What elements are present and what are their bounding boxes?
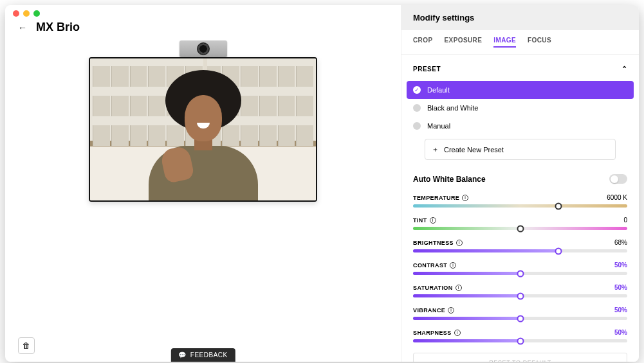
contrast-slider[interactable] [413,272,627,275]
tint-value: 0 [623,217,627,224]
preset-list: ✓DefaultBlack and WhiteManual [401,81,639,135]
chevron-up-icon: ⌃ [621,65,628,73]
vibrance-thumb[interactable] [517,315,524,322]
saturation-label: SATURATION i [413,285,462,291]
webcam-icon [179,40,227,57]
saturation-thumb[interactable] [517,292,524,299]
preset-radio-icon: ✓ [413,86,421,94]
brightness-slider-row: BRIGHTNESS i68% [401,236,639,259]
tint-thumb[interactable] [517,225,524,232]
info-icon[interactable]: i [455,285,462,291]
contrast-slider-row: CONTRAST i50% [401,259,639,281]
sharpness-slider-row: SHARPNESS i50% [401,326,639,349]
create-preset-label: Create New Preset [444,146,504,154]
contrast-label: CONTRAST i [413,262,456,269]
brightness-slider[interactable] [413,249,627,252]
app-window: ← MX Brio [5,5,639,362]
vibrance-value: 50% [614,306,627,314]
contrast-value: 50% [614,261,627,269]
temperature-slider-row: TEMPERATURE i6000 K [401,191,639,214]
info-icon[interactable]: i [430,217,436,224]
preset-section-label: PRESET [413,66,441,73]
info-icon[interactable]: i [462,195,468,201]
tab-exposure[interactable]: EXPOSURE [445,37,483,48]
settings-panel: Modify settings CROPEXPOSUREIMAGEFOCUS P… [401,5,639,362]
brightness-label: BRIGHTNESS i [413,240,463,246]
reset-button[interactable]: RESET TO DEFAULT [413,353,627,362]
tint-slider[interactable] [413,227,627,230]
saturation-value: 50% [614,284,627,291]
contrast-thumb[interactable] [517,270,524,277]
panel-title: Modify settings [401,5,639,30]
sharpness-thumb[interactable] [517,337,524,344]
info-icon[interactable]: i [448,307,454,314]
feedback-button[interactable]: 💬 FEEDBACK [170,348,235,362]
main-area: ← MX Brio [5,5,401,362]
feedback-label: FEEDBACK [190,351,228,359]
tab-image[interactable]: IMAGE [493,37,516,48]
preset-label: Manual [427,122,450,130]
vibrance-label: VIBRANCE i [413,307,454,314]
preset-label: Black and White [427,104,478,112]
vibrance-slider[interactable] [413,317,627,320]
preset-manual[interactable]: Manual [401,117,639,135]
info-icon[interactable]: i [450,262,456,269]
brightness-value: 68% [614,239,627,246]
info-icon[interactable]: i [454,330,461,336]
temperature-slider[interactable] [413,204,627,208]
tab-focus[interactable]: FOCUS [528,37,551,48]
info-icon[interactable]: i [456,240,463,246]
preset-radio-icon [413,104,421,112]
tint-slider-row: TINT i0 [401,214,639,236]
preset-label: Default [427,86,450,94]
tab-crop[interactable]: CROP [413,37,433,48]
brightness-thumb[interactable] [555,247,562,254]
preset-default[interactable]: ✓Default [407,81,634,99]
temperature-value: 6000 K [607,194,627,201]
temperature-label: TEMPERATURE i [413,195,468,201]
tint-label: TINT i [413,217,436,224]
create-preset-button[interactable]: ＋ Create New Preset [425,139,616,160]
camera-preview [89,57,317,202]
vibrance-slider-row: VIBRANCE i50% [401,304,639,326]
delete-button[interactable]: 🗑 [18,337,35,354]
back-button[interactable]: ← [18,22,27,33]
settings-tabs: CROPEXPOSUREIMAGEFOCUS [401,30,639,55]
awb-toggle[interactable] [609,174,627,184]
preset-black-and-white[interactable]: Black and White [401,99,639,117]
sharpness-slider[interactable] [413,339,627,342]
plus-icon: ＋ [432,145,439,154]
saturation-slider[interactable] [413,294,627,297]
temperature-thumb[interactable] [555,202,562,209]
preset-section-header[interactable]: PRESET ⌃ [413,61,627,77]
saturation-slider-row: SATURATION i50% [401,281,639,304]
sharpness-label: SHARPNESS i [413,330,461,336]
page-title: MX Brio [36,21,80,34]
sharpness-value: 50% [614,329,627,336]
awb-label: Auto White Balance [413,175,486,184]
chat-icon: 💬 [178,351,187,359]
preset-radio-icon [413,122,421,130]
